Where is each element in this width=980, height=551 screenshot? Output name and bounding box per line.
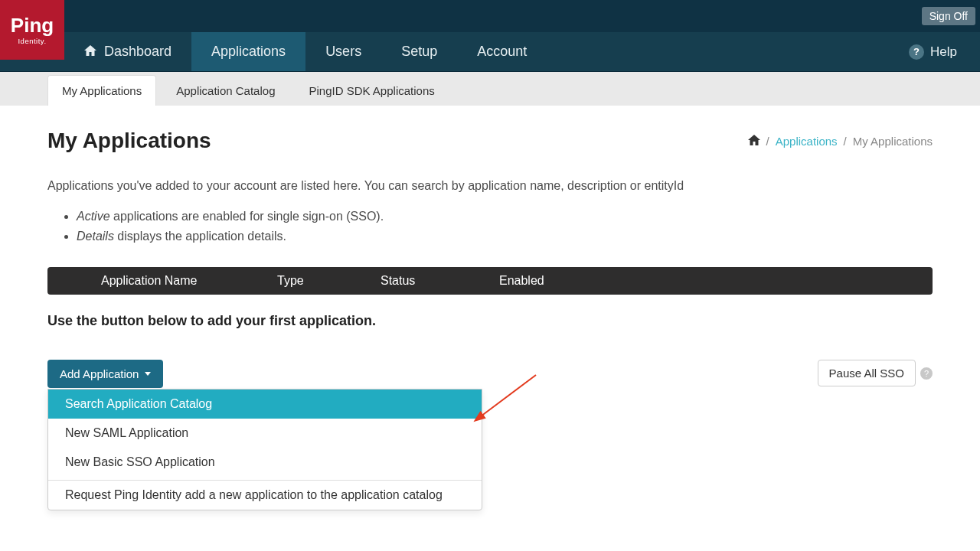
th-type: Type — [277, 274, 381, 288]
top-bar: Sign Off — [0, 0, 980, 32]
sub-nav: My Applications Application Catalog Ping… — [0, 72, 980, 106]
pause-help-icon[interactable]: ? — [920, 367, 933, 380]
bullet-details: Details displays the application details… — [77, 227, 933, 246]
nav-help[interactable]: ? Help — [909, 32, 980, 71]
breadcrumb-applications-link[interactable]: Applications — [776, 135, 838, 148]
intro-text: Applications you've added to your accoun… — [47, 179, 933, 193]
dropdown-request-new-application[interactable]: Request Ping Identity add a new applicat… — [48, 481, 482, 510]
dropdown-new-basic-sso-application[interactable]: New Basic SSO Application — [48, 448, 482, 477]
help-icon: ? — [909, 44, 924, 60]
breadcrumb-sep: / — [766, 135, 769, 148]
home-icon — [84, 44, 96, 60]
caret-down-icon — [145, 372, 151, 376]
logo-main: Ping — [11, 15, 54, 35]
pause-sso-wrap: Pause All SSO ? — [818, 360, 933, 386]
nav-setup[interactable]: Setup — [381, 32, 457, 71]
info-bullets: Active applications are enabled for sing… — [47, 207, 933, 246]
nav-account-label: Account — [477, 44, 527, 60]
dropdown-search-application-catalog[interactable]: Search Application Catalog — [48, 390, 482, 419]
th-status: Status — [381, 274, 499, 288]
nav-users[interactable]: Users — [305, 32, 381, 71]
add-application-dropdown: Search Application Catalog New SAML Appl… — [47, 389, 482, 510]
dropdown-new-saml-application[interactable]: New SAML Application — [48, 419, 482, 448]
empty-state-message: Use the button below to add your first a… — [47, 313, 933, 329]
nav-applications[interactable]: Applications — [191, 32, 305, 71]
add-application-label: Add Application — [60, 367, 139, 380]
bullet-active: Active applications are enabled for sing… — [77, 207, 933, 227]
bullet-active-rest: applications are enabled for single sign… — [110, 210, 384, 223]
page-title: My Applications — [47, 129, 211, 153]
tab-pingid-sdk-applications[interactable]: PingID SDK Applications — [295, 76, 448, 106]
tab-application-catalog[interactable]: Application Catalog — [162, 76, 289, 106]
content-area: My Applications / Applications / My Appl… — [0, 106, 980, 388]
logo[interactable]: Ping Identity. — [0, 0, 64, 60]
th-enabled: Enabled — [499, 274, 933, 288]
nav-account[interactable]: Account — [457, 32, 547, 71]
add-application-wrap: Add Application Search Application Catal… — [47, 360, 163, 388]
nav-dashboard[interactable]: Dashboard — [64, 32, 191, 71]
nav-applications-label: Applications — [211, 44, 286, 60]
tab-my-applications[interactable]: My Applications — [47, 75, 156, 106]
sign-off-button[interactable]: Sign Off — [922, 7, 975, 25]
applications-table-header: Application Name Type Status Enabled — [47, 267, 933, 295]
breadcrumb-home-icon[interactable] — [748, 135, 760, 148]
page-header: My Applications / Applications / My Appl… — [47, 129, 933, 153]
logo-sub: Identity. — [18, 37, 46, 45]
bullet-details-em: Details — [77, 230, 114, 243]
breadcrumb: / Applications / My Applications — [748, 135, 933, 148]
nav-setup-label: Setup — [401, 44, 437, 60]
breadcrumb-sep: / — [844, 135, 847, 148]
breadcrumb-current: My Applications — [853, 135, 933, 148]
main-nav: Dashboard Applications Users Setup Accou… — [0, 32, 980, 72]
th-application-name: Application Name — [47, 274, 277, 288]
add-application-button[interactable]: Add Application — [47, 360, 163, 388]
bullet-details-rest: displays the application details. — [114, 230, 286, 243]
action-row: Add Application Search Application Catal… — [47, 360, 933, 388]
nav-dashboard-label: Dashboard — [104, 44, 172, 60]
bullet-active-em: Active — [77, 210, 110, 223]
pause-all-sso-button[interactable]: Pause All SSO — [818, 360, 916, 386]
nav-help-label: Help — [930, 44, 957, 60]
nav-users-label: Users — [325, 44, 361, 60]
